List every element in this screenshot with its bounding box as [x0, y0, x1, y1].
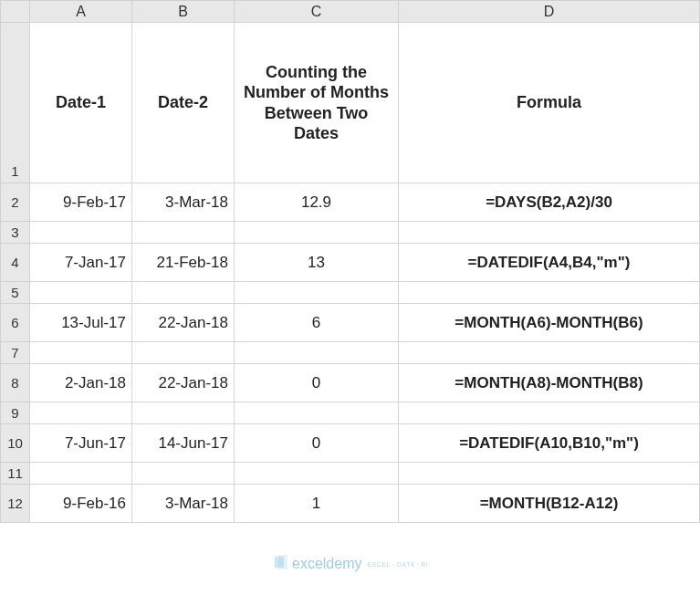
select-all-corner[interactable]: [1, 1, 30, 23]
table-row: 2 9-Feb-17 3-Mar-18 12.9 =DAYS(B2,A2)/30: [1, 183, 700, 222]
cell-C6[interactable]: 6: [235, 304, 399, 342]
cell-B1[interactable]: Date-2: [132, 23, 235, 183]
table-row: 3: [1, 222, 700, 244]
cell-A11[interactable]: [30, 463, 132, 485]
column-header-row: A B C D: [1, 1, 700, 23]
cell-B9[interactable]: [132, 402, 235, 424]
cell-C10[interactable]: 0: [235, 424, 399, 463]
watermark-brand: exceldemy: [292, 556, 361, 572]
cell-C8[interactable]: 0: [235, 364, 399, 402]
cell-A1[interactable]: Date-1: [30, 23, 132, 183]
cell-B5[interactable]: [132, 282, 235, 304]
excel-icon: [274, 555, 288, 573]
cell-C7[interactable]: [235, 342, 399, 364]
cell-C12[interactable]: 1: [235, 485, 399, 523]
cell-A3[interactable]: [30, 222, 132, 244]
cell-A12[interactable]: 9-Feb-16: [30, 485, 132, 523]
cell-B7[interactable]: [132, 342, 235, 364]
cell-A9[interactable]: [30, 402, 132, 424]
col-header-D[interactable]: D: [399, 1, 700, 23]
table-row: 12 9-Feb-16 3-Mar-18 1 =MONTH(B12-A12): [1, 485, 700, 523]
cell-A4[interactable]: 7-Jan-17: [30, 244, 132, 282]
cell-D4[interactable]: =DATEDIF(A4,B4,"m"): [399, 244, 700, 282]
table-header-row: 1 Date-1 Date-2 Counting the Number of M…: [1, 23, 700, 183]
cell-C5[interactable]: [235, 282, 399, 304]
cell-C3[interactable]: [235, 222, 399, 244]
cell-D3[interactable]: [399, 222, 700, 244]
svg-rect-0: [275, 557, 284, 568]
table-row: 10 7-Jun-17 14-Jun-17 0 =DATEDIF(A10,B10…: [1, 424, 700, 463]
cell-B3[interactable]: [132, 222, 235, 244]
cell-A5[interactable]: [30, 282, 132, 304]
table-row: 8 2-Jan-18 22-Jan-18 0 =MONTH(A8)-MONTH(…: [1, 364, 700, 402]
cell-D10[interactable]: =DATEDIF(A10,B10,"m"): [399, 424, 700, 463]
cell-A2[interactable]: 9-Feb-17: [30, 183, 132, 222]
row-header-3[interactable]: 3: [1, 222, 30, 244]
table-row: 9: [1, 402, 700, 424]
row-header-1[interactable]: 1: [1, 23, 30, 183]
row-header-9[interactable]: 9: [1, 402, 30, 424]
table-row: 7: [1, 342, 700, 364]
row-header-5[interactable]: 5: [1, 282, 30, 304]
cell-D7[interactable]: [399, 342, 700, 364]
col-header-B[interactable]: B: [132, 1, 235, 23]
row-header-8[interactable]: 8: [1, 364, 30, 402]
table-row: 5: [1, 282, 700, 304]
cell-D8[interactable]: =MONTH(A8)-MONTH(B8): [399, 364, 700, 402]
cell-C9[interactable]: [235, 402, 399, 424]
cell-C1[interactable]: Counting the Number of Months Between Tw…: [235, 23, 399, 183]
cell-D2[interactable]: =DAYS(B2,A2)/30: [399, 183, 700, 222]
col-header-A[interactable]: A: [30, 1, 132, 23]
cell-B11[interactable]: [132, 463, 235, 485]
table-row: 11: [1, 463, 700, 485]
table-row: 6 13-Jul-17 22-Jan-18 6 =MONTH(A6)-MONTH…: [1, 304, 700, 342]
cell-B6[interactable]: 22-Jan-18: [132, 304, 235, 342]
spreadsheet-grid[interactable]: A B C D 1 Date-1 Date-2 Counting the Num…: [0, 0, 700, 523]
row-header-10[interactable]: 10: [1, 424, 30, 463]
cell-B10[interactable]: 14-Jun-17: [132, 424, 235, 463]
cell-B12[interactable]: 3-Mar-18: [132, 485, 235, 523]
cell-B2[interactable]: 3-Mar-18: [132, 183, 235, 222]
table-row: 4 7-Jan-17 21-Feb-18 13 =DATEDIF(A4,B4,"…: [1, 244, 700, 282]
row-header-6[interactable]: 6: [1, 304, 30, 342]
cell-D11[interactable]: [399, 463, 700, 485]
cell-D12[interactable]: =MONTH(B12-A12): [399, 485, 700, 523]
watermark: exceldemy EXCEL · DATA · BI: [274, 555, 428, 573]
row-header-7[interactable]: 7: [1, 342, 30, 364]
cell-D5[interactable]: [399, 282, 700, 304]
cell-C11[interactable]: [235, 463, 399, 485]
row-header-4[interactable]: 4: [1, 244, 30, 282]
cell-D1[interactable]: Formula: [399, 23, 700, 183]
cell-A6[interactable]: 13-Jul-17: [30, 304, 132, 342]
row-header-2[interactable]: 2: [1, 183, 30, 222]
cell-A8[interactable]: 2-Jan-18: [30, 364, 132, 402]
cell-D6[interactable]: =MONTH(A6)-MONTH(B6): [399, 304, 700, 342]
cell-A7[interactable]: [30, 342, 132, 364]
col-header-C[interactable]: C: [235, 1, 399, 23]
cell-C4[interactable]: 13: [235, 244, 399, 282]
cell-A10[interactable]: 7-Jun-17: [30, 424, 132, 463]
row-header-11[interactable]: 11: [1, 463, 30, 485]
svg-rect-1: [278, 555, 287, 569]
grid-body: 1 Date-1 Date-2 Counting the Number of M…: [1, 23, 700, 523]
cell-C2[interactable]: 12.9: [235, 183, 399, 222]
cell-B4[interactable]: 21-Feb-18: [132, 244, 235, 282]
cell-B8[interactable]: 22-Jan-18: [132, 364, 235, 402]
watermark-tag: EXCEL · DATA · BI: [367, 561, 428, 568]
row-header-12[interactable]: 12: [1, 485, 30, 523]
cell-D9[interactable]: [399, 402, 700, 424]
